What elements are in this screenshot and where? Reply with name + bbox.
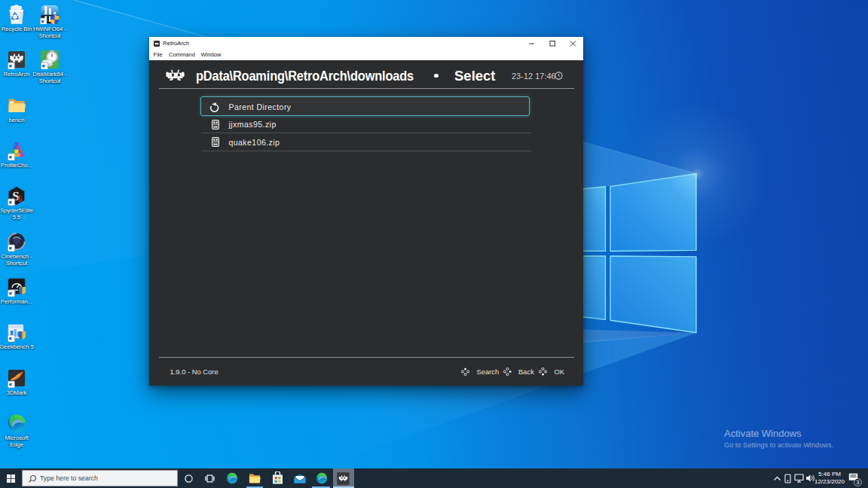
svg-text:5: 5 bbox=[18, 195, 23, 203]
svg-text:3: 3 bbox=[856, 480, 859, 485]
